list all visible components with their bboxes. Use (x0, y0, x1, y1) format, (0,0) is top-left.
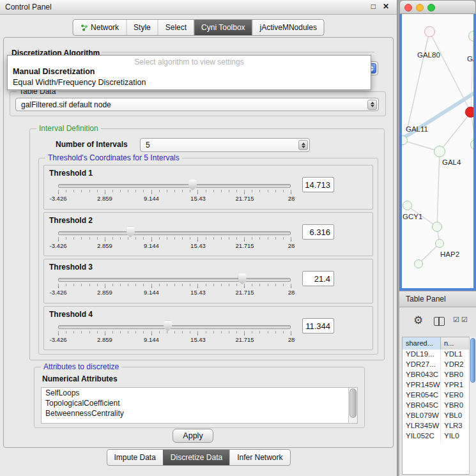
table-row[interactable]: YBR045CYBR0 (403, 401, 469, 411)
threshold-slider[interactable]: -3.4262.8599.14415.4321.71528 (58, 229, 291, 251)
tab-cyni-toolbox[interactable]: Cyni Toolbox (194, 20, 252, 35)
tab-infer-network[interactable]: Infer Network (229, 450, 289, 465)
slider-tick-label: 15.43 (190, 289, 206, 296)
bottom-tab-bar: Impute DataDiscretize DataInfer Network (106, 449, 290, 466)
slider-scale: -3.4262.8599.14415.4321.71528 (58, 242, 291, 249)
network-view-window: GAL80 GA GAL11 GAL4 GCY1 HAP2 (399, 0, 476, 291)
tab-discretize-data[interactable]: Discretize Data (163, 450, 229, 465)
table-row[interactable]: YBL079WYBL0 (403, 411, 469, 421)
slider-thumb-icon[interactable] (164, 321, 172, 332)
table-data-combobox[interactable]: galFiltered.sif default node (15, 98, 379, 111)
slider-track (58, 325, 291, 329)
table-scrollbar[interactable] (469, 337, 476, 475)
table-cell: YDL1 (441, 349, 469, 360)
network-node[interactable] (432, 222, 442, 232)
zoom-traffic-light-icon[interactable] (427, 4, 435, 12)
slider-tick-label: 2.859 (97, 289, 112, 296)
attribute-list-item[interactable]: BetweennessCentrality (42, 408, 357, 418)
slider-tick-label: 9.144 (144, 289, 159, 296)
threshold-panel: Threshold 2-3.4262.8599.14415.4321.71528… (43, 212, 373, 257)
network-node[interactable] (403, 201, 412, 210)
combo-stepper-icon[interactable] (367, 100, 377, 110)
threshold-value-field[interactable]: 6.316 (302, 224, 334, 240)
columns-icon[interactable] (434, 317, 445, 326)
table-panel: ⚙ ☑ ☑ shared... n... YDL19...YDL1YDR27..… (399, 307, 476, 476)
table-row[interactable]: YDL19...YDL1 (403, 349, 469, 360)
cyni-toolbox-panel: Discretization Algorithm Select algorith… (3, 37, 394, 448)
attributes-scrollbar[interactable] (348, 388, 357, 423)
attributes-list[interactable]: SelfLoopsTopologicalCoefficientBetweenne… (41, 387, 358, 424)
slider-tick-label: 2.859 (97, 242, 112, 249)
column-header-name[interactable]: n... (441, 337, 469, 349)
table-row[interactable]: YLR345WYLR3 (403, 421, 469, 431)
table-row[interactable]: YER054CYER0 (403, 390, 469, 401)
tab-select[interactable]: Select (158, 20, 194, 35)
slider-scale: -3.4262.8599.14415.4321.71528 (58, 289, 291, 296)
threshold-title: Threshold 2 (49, 216, 93, 225)
threshold-slider[interactable]: -3.4262.8599.14415.4321.71528 (58, 323, 291, 345)
threshold-slider[interactable]: -3.4262.8599.14415.4321.71528 (58, 182, 291, 204)
algorithm-dropdown-popup: Select algorithm to view settings Manual… (7, 55, 371, 90)
window-title: Control Panel (5, 3, 52, 12)
table-row[interactable]: YPR145WYPR1 (403, 380, 469, 390)
network-node-selected[interactable] (465, 107, 473, 118)
node-table[interactable]: shared... n... YDL19...YDL1YDR27...YDR2Y… (402, 337, 470, 475)
column-header-shared-name[interactable]: shared... (403, 337, 441, 349)
float-window-icon[interactable]: □ (371, 2, 376, 11)
tab-network[interactable]: Network (73, 20, 126, 35)
dropdown-option-manual-discretization[interactable]: Manual Discretization (8, 66, 371, 77)
slider-scale: -3.4262.8599.14415.4321.71528 (58, 336, 291, 343)
apply-button[interactable]: Apply (173, 429, 213, 443)
slider-tick-label: -3.426 (50, 289, 67, 296)
slider-tick-label: -3.426 (50, 195, 67, 202)
table-row[interactable]: YDR27...YDR2 (403, 360, 469, 370)
table-panel-toolbar: ⚙ ☑ ☑ (399, 307, 476, 335)
slider-tick-label: 15.43 (190, 195, 206, 202)
select-all-checkbox-icon[interactable]: ☑ (461, 316, 468, 324)
tab-jactivemnodules[interactable]: jActiveMNodules (252, 20, 324, 35)
table-row[interactable]: YIL052CYIL0 (403, 431, 469, 441)
network-node[interactable] (435, 239, 444, 248)
table-panel-title: Table Panel (406, 295, 446, 303)
interval-definition-group: Interval Definition Number of Intervals … (29, 128, 385, 360)
tab-impute-data[interactable]: Impute Data (107, 450, 162, 465)
threshold-value-field[interactable]: 11.344 (302, 318, 334, 334)
network-node[interactable] (434, 146, 445, 157)
number-of-intervals-value: 5 (146, 141, 150, 150)
slider-tick-label: 9.144 (144, 336, 159, 343)
dropdown-option-equal-width-frequency[interactable]: Equal Width/Frequency Discretization (8, 77, 371, 88)
select-checkbox-icon[interactable]: ☑ (453, 316, 459, 324)
slider-tick-label: 2.859 (97, 336, 112, 343)
network-node[interactable] (424, 26, 435, 37)
network-window-titlebar[interactable] (399, 0, 476, 14)
interval-group-title: Interval Definition (36, 124, 101, 133)
network-view-frame: GAL80 GA GAL11 GAL4 GCY1 HAP2 (399, 14, 476, 291)
gear-icon[interactable]: ⚙ (413, 314, 423, 327)
slider-tick-label: 21.715 (235, 195, 254, 202)
slider-thumb-icon[interactable] (127, 227, 135, 238)
slider-thumb-icon[interactable] (238, 273, 247, 284)
attribute-list-item[interactable]: SelfLoops (42, 388, 357, 398)
combo-stepper-icon[interactable] (298, 140, 308, 150)
table-row[interactable]: YBR043CYBR0 (403, 370, 469, 380)
minimize-traffic-light-icon[interactable] (416, 4, 424, 12)
slider-tick-label: 21.715 (235, 336, 254, 343)
slider-minor-ticks (58, 190, 291, 192)
slider-tick-label: 28 (288, 195, 295, 202)
attribute-list-item[interactable]: TopologicalCoefficient (42, 398, 357, 408)
threshold-value-field[interactable]: 14.713 (302, 177, 334, 192)
threshold-slider[interactable]: -3.4262.8599.14415.4321.71528 (58, 276, 291, 298)
close-icon[interactable]: ✕ (383, 2, 389, 11)
scrollbar-thumb[interactable] (349, 388, 357, 418)
threshold-value-field[interactable]: 21.4 (302, 271, 334, 286)
slider-thumb-icon[interactable] (188, 180, 197, 190)
network-canvas[interactable]: GAL80 GA GAL11 GAL4 GCY1 HAP2 (402, 14, 473, 288)
scrollbar-thumb[interactable] (470, 338, 475, 383)
network-node-label: GCY1 (403, 213, 422, 220)
tab-style[interactable]: Style (126, 20, 158, 35)
tab-label: Select (165, 23, 187, 32)
network-node-label: HAP2 (440, 250, 459, 258)
close-traffic-light-icon[interactable] (404, 4, 412, 12)
network-node[interactable] (414, 259, 423, 268)
number-of-intervals-combobox[interactable]: 5 (140, 138, 310, 152)
